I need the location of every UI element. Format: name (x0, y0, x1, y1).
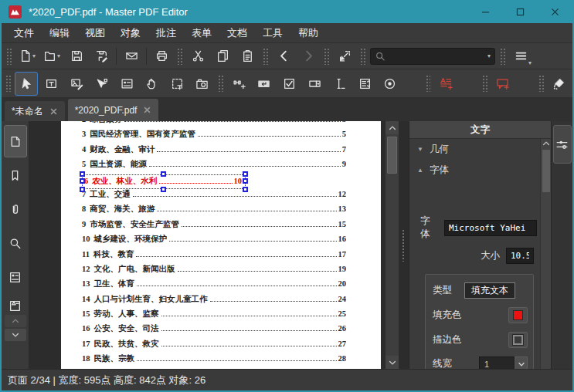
section-geometry[interactable]: ▼ 几何 (409, 139, 538, 160)
scroll-down-button[interactable] (385, 356, 399, 369)
paste-button[interactable] (236, 46, 259, 66)
toc-row[interactable]: 14 人口与计划生育、妇女儿童工作 24 (82, 294, 346, 309)
menu-object[interactable]: 对象 (113, 24, 148, 42)
add-radiobutton-button[interactable] (378, 72, 402, 96)
add-listbox-button[interactable] (353, 72, 377, 96)
cut-button[interactable] (186, 46, 209, 66)
panel-scrollbar-thumb[interactable] (542, 150, 550, 192)
open-file-button[interactable]: ▾ (40, 46, 63, 66)
selected-text-object[interactable]: 6 农业、林业、水利 10 (82, 174, 246, 189)
hand-tool-button[interactable] (141, 72, 165, 96)
menu-forms[interactable]: 表单 (184, 24, 219, 42)
toolbar-grip[interactable] (263, 48, 268, 65)
edit-forms-tool-button[interactable] (115, 72, 139, 96)
back-button[interactable] (272, 46, 295, 66)
sidebar-tab-page-thumbnails[interactable] (4, 125, 27, 157)
add-sticky-note-button[interactable] (491, 72, 515, 96)
toolbar-grip[interactable] (426, 75, 431, 92)
spin-caret-button[interactable] (515, 357, 528, 369)
highlight-tool-button[interactable] (548, 72, 572, 96)
toc-row[interactable]: 11 科技、教育 17 (82, 249, 346, 264)
font-size-input[interactable] (506, 248, 534, 264)
section-font[interactable]: ▲ 字体 (409, 160, 538, 181)
toc-row[interactable]: 6 农业、林业、水利 10 (82, 174, 346, 189)
selection-handle[interactable] (80, 187, 85, 192)
tab-close-icon[interactable] (143, 106, 151, 114)
toc-row[interactable]: 8 商贸、海关、旅游 13 (82, 204, 346, 218)
stroke-color-button[interactable] (508, 332, 528, 348)
sidebar-scroll-down-button[interactable] (5, 329, 26, 341)
menu-file[interactable]: 文件 (6, 24, 42, 42)
toolbar-grip[interactable] (482, 75, 487, 92)
toc-row[interactable]: 13 卫生、体育 20 (82, 279, 346, 293)
sidebar-tab-search-panel[interactable] (4, 227, 27, 259)
document-tab-2[interactable]: *2020_PDF.pdf (68, 99, 159, 121)
type-dropdown[interactable]: 填充文本 (464, 282, 515, 299)
sidebar-tab-signature[interactable] (4, 295, 27, 313)
toolbar-grip[interactable] (218, 75, 223, 92)
selection-handle[interactable] (80, 178, 85, 184)
menu-view[interactable]: 视图 (77, 24, 113, 42)
maximize-button[interactable] (503, 0, 538, 23)
toolbar-grip[interactable] (5, 75, 11, 92)
save-as-button[interactable] (90, 46, 113, 66)
toc-row[interactable]: 5 国土资源、能源 9 (82, 159, 346, 174)
print-button[interactable] (150, 46, 173, 66)
sidebar-tab-bookmarks[interactable] (4, 159, 27, 191)
toc-row[interactable]: 16 公安、安全、司法 26 (82, 323, 346, 338)
toc-row[interactable]: 3 国民经济管理、国有资产监管 5 (82, 129, 346, 144)
properties-tab-button[interactable] (553, 125, 572, 164)
new-document-button[interactable]: ▾ (15, 46, 39, 66)
toc-row[interactable]: 12 文化、广电、新闻出版 19 (82, 264, 346, 279)
selection-handle[interactable] (243, 171, 248, 177)
snapshot-tool-button[interactable] (191, 72, 215, 96)
sidebar-tab-attachments[interactable] (4, 193, 27, 225)
add-combobox-button[interactable] (303, 72, 327, 96)
toc-row[interactable]: 2 综合政务 3 (82, 121, 346, 129)
toc-row[interactable]: 17 民政、扶贫、救灾 27 (82, 339, 346, 353)
save-button[interactable] (65, 46, 88, 66)
add-pushbutton-button[interactable] (253, 72, 277, 96)
toc-row[interactable]: 9 市场监管、安全生产监管 15 (82, 219, 346, 234)
selection-handle[interactable] (243, 187, 248, 192)
selection-handle[interactable] (161, 187, 166, 192)
toolbar-grip[interactable] (177, 48, 182, 65)
line-width-spinbox[interactable]: 1 (479, 357, 528, 369)
toc-row[interactable]: 18 民族、宗教 28 (82, 353, 346, 368)
select-area-tool-button[interactable] (165, 72, 189, 96)
tab-close-icon[interactable] (49, 107, 58, 116)
scroll-up-button[interactable] (385, 121, 399, 134)
close-button[interactable] (538, 0, 572, 23)
email-button[interactable] (120, 46, 143, 66)
toc-row[interactable]: 15 劳动、人事、监察 25 (82, 309, 346, 323)
search-box[interactable]: ▾ (370, 48, 495, 65)
copy-button[interactable] (211, 46, 234, 66)
add-textfield-button[interactable] (328, 72, 352, 96)
scrollbar-thumb[interactable] (387, 137, 397, 174)
forward-button[interactable] (297, 46, 320, 66)
toolbar-grip[interactable] (538, 75, 544, 92)
edit-image-tool-button[interactable] (65, 72, 89, 96)
add-link-button[interactable] (227, 72, 251, 96)
toolbar-grip[interactable] (6, 48, 12, 65)
toc-row[interactable]: 7 工业、交通 12 (82, 189, 346, 204)
add-text-annotation-button[interactable] (434, 72, 458, 96)
toolbar-grip[interactable] (500, 48, 505, 65)
menu-tools[interactable]: 工具 (255, 24, 290, 42)
menu-help[interactable]: 帮助 (290, 24, 326, 42)
sidebar-scroll-up-button[interactable] (5, 315, 26, 327)
selection-handle[interactable] (161, 171, 166, 177)
edit-path-tool-button[interactable] (90, 72, 114, 96)
search-input[interactable] (385, 51, 487, 62)
panel-scrollbar[interactable] (540, 139, 551, 369)
add-checkbox-button[interactable] (277, 72, 301, 96)
fill-color-button[interactable] (508, 307, 528, 323)
menu-document[interactable]: 文档 (219, 24, 255, 42)
selection-handle[interactable] (243, 178, 248, 184)
panel-splitter[interactable] (399, 121, 409, 369)
document-tab-1[interactable]: *未命名 (5, 101, 65, 121)
menu-edit[interactable]: 编辑 (42, 24, 77, 42)
toolbar-grip[interactable] (360, 48, 365, 65)
selection-handle[interactable] (80, 171, 85, 177)
edit-text-tool-button[interactable] (39, 72, 63, 96)
